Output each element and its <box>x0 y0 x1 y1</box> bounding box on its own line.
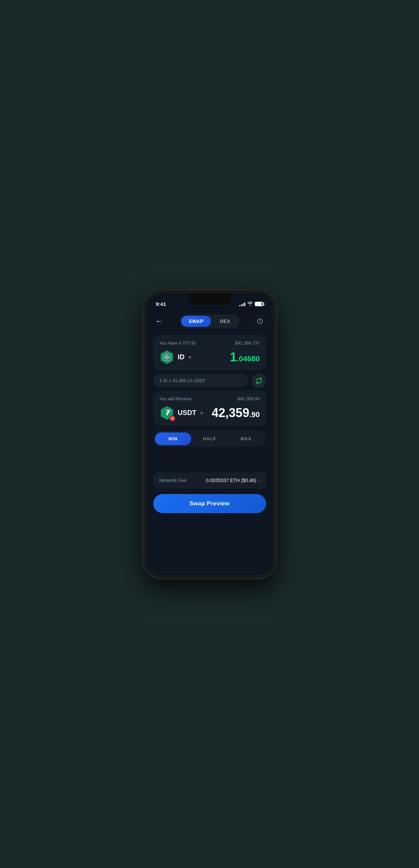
signal-icon <box>239 302 245 306</box>
from-token-chevron: ▾ <box>189 354 191 360</box>
nav-header: ← SWAP DEX <box>153 310 266 335</box>
to-top-row: You will Receive $42,359.90 <box>159 396 260 401</box>
from-token-row: ID ▾ 1.04680 <box>159 350 260 365</box>
to-section: You will Receive $42,359.90 ₮ OP USDT <box>153 391 266 426</box>
min-button[interactable]: MIN <box>155 432 192 445</box>
history-icon <box>257 318 263 324</box>
network-fee-value-row: 0.0035337 ETH ($0.46) › <box>206 478 260 483</box>
svg-point-4 <box>166 357 168 358</box>
from-section: You have 4.737 ID $42,360.737 ID <box>153 335 266 370</box>
network-fee-row[interactable]: Network Fee 0.0035337 ETH ($0.46) › <box>153 472 266 489</box>
back-button[interactable]: ← <box>153 315 166 327</box>
status-time: 9:41 <box>156 301 166 307</box>
from-token-selector[interactable]: ID ▾ <box>159 350 191 365</box>
status-icons <box>239 301 263 307</box>
swap-preview-button[interactable]: Swap Preview <box>153 494 266 513</box>
half-button[interactable]: HALF <box>191 432 228 445</box>
history-button[interactable] <box>254 315 266 327</box>
to-token-chevron: ▾ <box>200 410 203 416</box>
balance-label: You have 4.737 ID <box>159 340 196 346</box>
amount-selector: MIN HALF MAX <box>153 431 266 447</box>
fee-chevron-right-icon: › <box>258 478 260 483</box>
back-arrow-icon: ← <box>156 318 163 325</box>
network-fee-label: Network Fee <box>159 478 186 483</box>
rate-row: 1 ID = 41,986.23 USDT <box>153 374 266 388</box>
status-bar: 9:41 <box>146 293 273 310</box>
from-top-row: You have 4.737 ID $42,360.737 <box>159 340 260 346</box>
network-fee-value: 0.0035337 ETH ($0.46) <box>206 478 256 483</box>
id-token-icon <box>159 350 174 365</box>
battery-icon <box>255 302 263 306</box>
op-badge: OP <box>169 415 175 422</box>
rate-pill: 1 ID = 41,986.23 USDT <box>153 374 248 387</box>
wifi-icon <box>247 301 253 307</box>
phone-frame: 9:41 ← <box>143 290 276 579</box>
receive-label: You will Receive <box>159 396 192 401</box>
to-token-row: ₮ OP USDT ▾ 42,359.90 <box>159 405 260 420</box>
to-token-amount[interactable]: 42,359.90 <box>212 406 260 420</box>
nav-tabs: SWAP DEX <box>180 314 239 328</box>
screen-content: ← SWAP DEX You have 4.737 ID $ <box>146 310 273 575</box>
from-token-name: ID <box>178 353 185 361</box>
tab-swap[interactable]: SWAP <box>181 316 211 327</box>
usdt-token-icon: ₮ OP <box>159 405 174 420</box>
max-button[interactable]: MAX <box>228 432 264 445</box>
swap-arrows-icon <box>256 377 262 384</box>
to-usd-value: $42,359.90 <box>237 396 260 401</box>
from-token-amount[interactable]: 1.04680 <box>230 350 260 364</box>
from-usd-value: $42,360.737 <box>235 340 260 346</box>
to-token-name: USDT <box>178 409 196 417</box>
to-token-selector[interactable]: ₮ OP USDT ▾ <box>159 405 203 420</box>
spacer <box>153 452 266 472</box>
tab-dex[interactable]: DEX <box>212 316 238 327</box>
swap-arrows-button[interactable] <box>252 374 266 388</box>
